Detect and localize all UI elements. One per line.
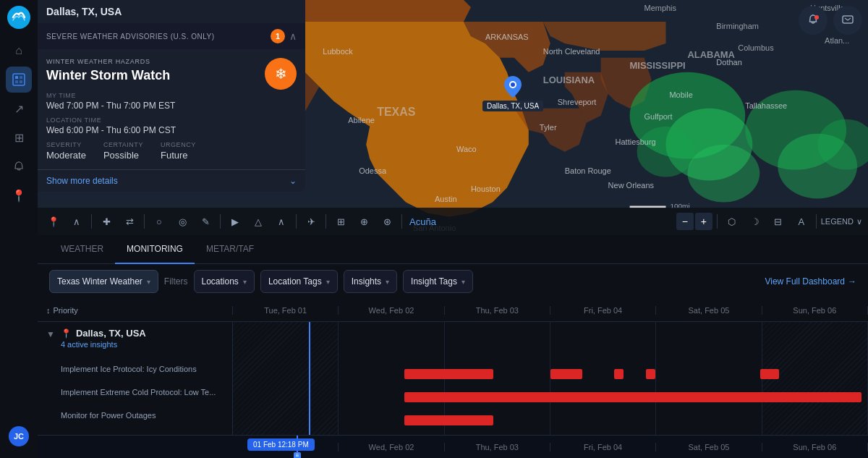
gantt-row-1 [233, 386, 868, 409]
toolbar-add-btn[interactable]: ✚ [96, 211, 116, 232]
zoom-controls: − + [676, 213, 712, 230]
weather-popup: Dallas, TX, USA SEVERE WEATHER ADVISORIE… [38, 0, 305, 192]
tab-monitoring[interactable]: MONITORING [115, 235, 195, 264]
scrubber-handle[interactable]: ≡ [294, 452, 301, 458]
location-marker-dallas[interactable]: Dallas, TX, USA [482, 76, 543, 111]
main-content: Abilene Odessa Lubbock Waco Austin San A… [38, 0, 868, 458]
svg-text:Tyler: Tyler [540, 123, 557, 132]
sidebar-item-location[interactable]: 📍 [6, 182, 32, 208]
tab-weather[interactable]: WEATHER [49, 235, 115, 264]
my-time-label: MY TIME [46, 92, 256, 99]
toolbar-swap-btn[interactable]: ⇄ [119, 211, 140, 232]
location-time-label: LOCATION TIME [46, 116, 256, 124]
svg-text:ARKANSAS: ARKANSAS [485, 33, 529, 41]
gantt-row-2 [233, 409, 868, 432]
legend-button[interactable]: LEGEND ∨ [821, 217, 862, 226]
view-full-dashboard-link[interactable]: View Full Dashboard → [765, 276, 856, 287]
toolbar-up2-btn[interactable]: ∧ [271, 211, 292, 232]
insights-dropdown[interactable]: Insights ▾ [344, 270, 397, 293]
zoom-in-btn[interactable]: + [695, 213, 712, 230]
toolbar-expand-btn[interactable]: ⬡ [722, 211, 742, 232]
toolbar-plus-circle-btn[interactable]: ⊕ [354, 211, 374, 232]
notifications-button[interactable] [799, 6, 827, 35]
svg-text:North Cleveland: North Cleveland [543, 47, 600, 56]
locations-dropdown[interactable]: Locations ▾ [194, 270, 255, 293]
svg-text:Baton Rouge: Baton Rouge [565, 166, 611, 175]
svg-text:Odessa: Odessa [359, 166, 387, 175]
svg-text:Memphis: Memphis [644, 4, 677, 12]
toolbar-grid2-btn[interactable]: ⊟ [768, 211, 788, 232]
location-header: ▼ 📍 Dallas, TX, USA 4 active insights [38, 322, 232, 355]
urgency-value: Future [161, 150, 196, 161]
toolbar-settings-btn[interactable]: ⊛ [377, 211, 397, 232]
svg-text:New Orleans: New Orleans [608, 181, 655, 190]
sidebar-item-layers[interactable]: ⊞ [6, 124, 32, 150]
current-time-line [309, 322, 310, 435]
messages-button[interactable] [833, 6, 862, 35]
popup-title: Dallas, TX, USA [38, 0, 305, 23]
show-more-button[interactable]: Show more details ⌄ [38, 169, 305, 192]
weather-icon: ❄ [265, 58, 297, 90]
svg-point-10 [687, 145, 760, 203]
toolbar-triangle-btn[interactable]: △ [248, 211, 268, 232]
date-col-3: Fri, Feb 04 [550, 306, 656, 315]
svg-point-45 [511, 82, 515, 87]
map-area[interactable]: Abilene Odessa Lubbock Waco Austin San A… [38, 0, 868, 235]
tab-metar[interactable]: METAR/TAF [195, 235, 265, 264]
user-avatar[interactable]: JC [9, 426, 29, 446]
toolbar-circle-btn[interactable]: ○ [149, 211, 169, 232]
date-col-4: Sat, Feb 05 [656, 306, 762, 315]
app-logo[interactable] [7, 6, 30, 29]
priority-col-header[interactable]: ↕ Priority [38, 306, 233, 315]
toolbar-up-btn[interactable]: ∧ [67, 211, 87, 232]
filter-row: Texas Winter Weather ▾ Filters Locations… [38, 264, 868, 299]
svg-text:ALABAMA: ALABAMA [687, 49, 735, 60]
gantt-bar-1-0 [404, 392, 861, 402]
gantt-chart [233, 322, 868, 435]
svg-text:Waco: Waco [456, 145, 477, 153]
gantt-bar-0-2 [614, 369, 624, 379]
toolbar-moon-btn[interactable]: ☽ [745, 211, 765, 232]
toolbar-plane-btn[interactable]: ✈ [301, 211, 321, 232]
alert-count-badge: 1 [271, 29, 285, 43]
svg-text:Austin: Austin [435, 195, 457, 204]
severity-value: Moderate [46, 150, 86, 161]
certainty-value: Possible [103, 150, 143, 161]
toolbar-text-btn[interactable]: A [791, 211, 812, 232]
sidebar-item-map[interactable] [6, 67, 32, 93]
toolbar-grid-btn[interactable]: ⊞ [331, 211, 351, 232]
toolbar-play-btn[interactable]: ▶ [225, 211, 245, 232]
location-tags-dropdown[interactable]: Location Tags ▾ [260, 270, 338, 293]
svg-rect-2 [15, 76, 18, 79]
toolbar-target-btn[interactable]: ◎ [172, 211, 192, 232]
my-time-value: Wed 7:00 PM - Thu 7:00 PM EST [46, 101, 256, 111]
insight-labels: Implement Ice Protocol: Icy Conditions I… [38, 357, 232, 435]
toolbar-location-btn[interactable]: 📍 [43, 211, 64, 232]
insight-tags-dropdown[interactable]: Insight Tags ▾ [403, 270, 473, 293]
toolbar-location2-btn[interactable]: Acuña [407, 211, 439, 232]
tabs-row: WEATHER MONITORING METAR/TAF [38, 235, 868, 264]
gantt-spacer [233, 322, 868, 362]
dashboard-dropdown[interactable]: Texas Winter Weather ▾ [49, 270, 158, 293]
timeline-scrubber[interactable]: 01 Feb 12:18 PM ≡ Tue, Feb 01 Wed, Feb 0… [38, 435, 868, 458]
svg-rect-1 [13, 74, 25, 85]
gantt-bar-0-3 [646, 369, 655, 379]
gantt-bar-0-0 [404, 369, 493, 379]
location-time-value: Wed 6:00 PM - Thu 6:00 PM CST [46, 125, 256, 135]
popup-alert-bar[interactable]: SEVERE WEATHER ADVISORIES (U.S. ONLY) 1 … [38, 23, 305, 49]
timeline-dates: Tue, Feb 01 Wed, Feb 02 Thu, Feb 03 Fri,… [233, 306, 868, 315]
date-col-1: Wed, Feb 02 [339, 306, 444, 315]
sidebar: ⌂ ↗ ⊞ 📍 JC [0, 0, 38, 458]
sidebar-item-home[interactable]: ⌂ [6, 38, 32, 64]
svg-point-46 [814, 15, 819, 20]
scrubber-date-2: Thu, Feb 03 [445, 443, 550, 451]
urgency-label: URGENCY [161, 141, 196, 148]
sidebar-item-analytics[interactable]: ↗ [6, 96, 32, 122]
collapse-icon[interactable]: ▼ [46, 329, 55, 339]
sidebar-item-alerts[interactable] [6, 153, 32, 179]
zoom-out-btn[interactable]: − [676, 213, 694, 230]
svg-point-9 [637, 127, 695, 177]
svg-rect-4 [15, 80, 18, 83]
toolbar-draw-btn[interactable]: ✎ [195, 211, 216, 232]
scrubber-dates: Tue, Feb 01 Wed, Feb 02 Thu, Feb 03 Fri,… [233, 443, 868, 451]
